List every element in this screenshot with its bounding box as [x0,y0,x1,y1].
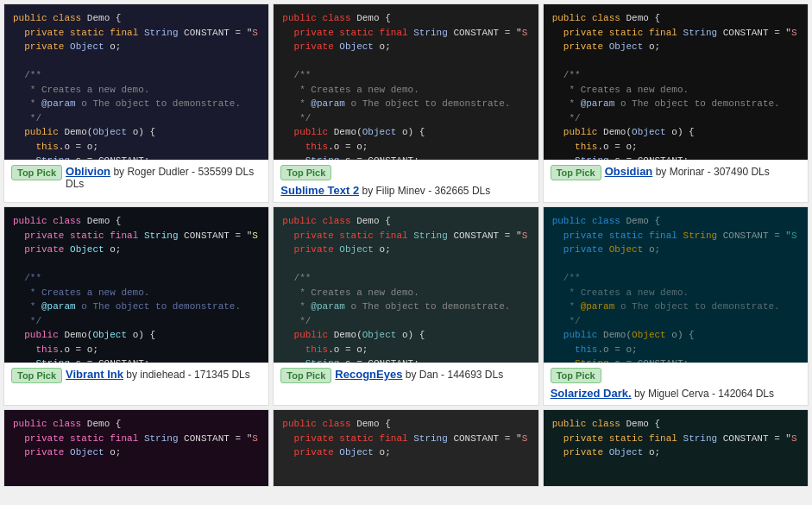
code-preview-9: public class Demo { private static final… [544,410,808,487]
card-downloads-3: 307490 DLs [714,166,770,178]
code-preview-3: public class Demo { private static final… [544,4,808,160]
card-preview-1: public class Demo { private static final… [4,4,268,160]
card-author-6: by Miguel Cerva [634,388,709,400]
code-preview-7: public class Demo { private static final… [4,410,268,487]
card-meta-6: Solarized Dark. by Miguel Cerva - 142064… [551,387,774,400]
card-meta-4: Vibrant Ink by indiehead - 171345 DLs [66,368,250,381]
card-meta-5: RecognEyes by Dan - 144693 DLs [335,368,503,381]
card-preview-9: public class Demo { private static final… [544,410,808,487]
code-preview-5: public class Demo { private static final… [274,207,538,363]
card-downloads-1: 535599 DLs [198,166,254,178]
card-downloads-4: 171345 DLs [194,369,250,381]
card-info-4: Top Pick Vibrant Ink by indiehead - 1713… [4,363,268,397]
card-7: public class Demo { private static final… [3,409,269,487]
code-preview-1: public class Demo { private static final… [4,4,268,160]
top-pick-badge-6: Top Pick [551,368,601,383]
card-title-link-1[interactable]: Oblivion [66,165,110,178]
card-obsidian: public class Demo { private static final… [543,3,809,203]
card-author-1: by Roger Dudler [113,166,188,178]
card-info-5: Top Pick RecognEyes by Dan - 144693 DLs [274,363,538,397]
top-pick-badge-4: Top Pick [11,368,62,383]
card-preview-3: public class Demo { private static final… [544,4,808,160]
card-downloads-2: 362665 DLs [435,185,491,197]
card-oblivion: public class Demo { private static final… [3,3,269,203]
card-dl-second-1: DLs [66,178,84,190]
code-preview-4: public class Demo { private static final… [4,207,268,363]
card-preview-4: public class Demo { private static final… [4,207,268,363]
card-title-link-3[interactable]: Obsidian [605,165,653,178]
card-title-link-4[interactable]: Vibrant Ink [66,368,123,381]
card-recogneyes: public class Demo { private static final… [273,206,538,406]
card-author-4: by indiehead [126,369,185,381]
top-pick-badge-2: Top Pick [280,165,331,180]
code-preview-2: public class Demo { private static final… [274,4,538,160]
card-info-6: Top Pick Solarized Dark. by Miguel Cerva… [544,363,808,405]
card-solarized: public class Demo { private static final… [543,206,809,406]
top-pick-badge-3: Top Pick [551,165,601,180]
card-downloads-5: 144693 DLs [447,369,503,381]
card-info-2: Top Pick Sublime Text 2 by Filip Minev -… [274,160,538,202]
top-pick-badge-1: Top Pick [11,165,62,180]
card-preview-7: public class Demo { private static final… [4,410,268,487]
card-8: public class Demo { private static final… [273,409,538,487]
card-title-link-2[interactable]: Sublime Text 2 [280,184,359,197]
card-author-2: by Filip Minev [362,185,425,197]
card-downloads-6: 142064 DLs [718,388,774,400]
card-sublime: public class Demo { private static final… [273,3,538,203]
card-vibrant-ink: public class Demo { private static final… [3,206,269,406]
top-pick-badge-5: Top Pick [280,368,331,383]
card-info-1: Top Pick Oblivion by Roger Dudler - 5355… [4,160,268,195]
card-author-5: by Dan [406,369,438,381]
themes-grid: public class Demo { private static final… [0,0,812,490]
card-9: public class Demo { private static final… [543,409,809,487]
card-title-link-5[interactable]: RecognEyes [335,368,402,381]
card-meta-2: Sublime Text 2 by Filip Minev - 362665 D… [280,184,490,197]
card-title-link-6[interactable]: Solarized Dark. [551,387,632,400]
card-preview-6: public class Demo { private static final… [544,207,808,363]
card-author-3: by Morinar [656,166,705,178]
card-meta-1: Oblivion by Roger Dudler - 535599 DLs DL… [66,165,254,190]
code-preview-6: public class Demo { private static final… [544,207,808,363]
card-preview-5: public class Demo { private static final… [274,207,538,363]
card-preview-8: public class Demo { private static final… [274,410,538,487]
card-info-3: Top Pick Obsidian by Morinar - 307490 DL… [544,160,808,194]
card-preview-2: public class Demo { private static final… [274,4,538,160]
code-preview-8: public class Demo { private static final… [274,410,538,487]
card-meta-3: Obsidian by Morinar - 307490 DLs [605,165,770,178]
